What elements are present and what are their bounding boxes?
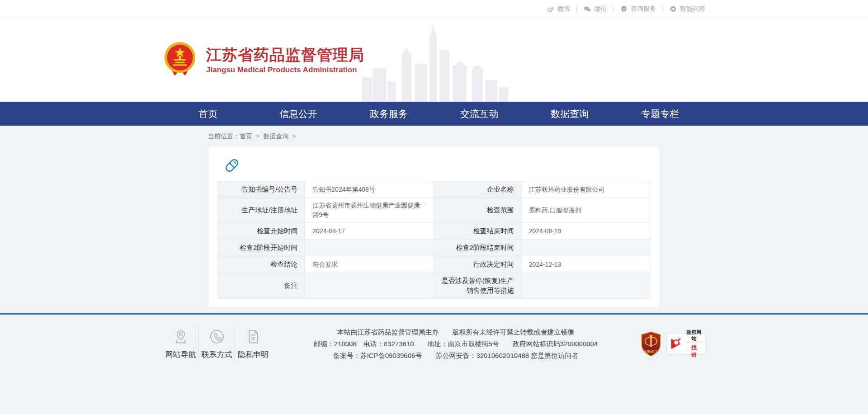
breadcrumb-separator: > [292, 132, 296, 140]
breadcrumb-wrap: 当前位置：首页>数据查询> [208, 126, 660, 146]
header-inner: 江苏省药品监督管理局 Jiangsu Medical Products Admi… [163, 18, 705, 102]
record-label: 告知书编号/公告号 [218, 181, 305, 198]
footer: 网站导航联系方式隐私申明 本站由江苏省药品监督管理局主办 版权所有未经许可禁止转… [0, 315, 868, 362]
breadcrumb-link-数据查询[interactable]: 数据查询 [263, 132, 288, 140]
footer-info-line: 邮编：210008 电话：83273610 地址：南京市鼓楼街5号 政府网站标识… [285, 338, 627, 350]
map-pin-icon [172, 328, 190, 346]
breadcrumb-separator: > [256, 132, 259, 140]
site-error-badge-text: 政府网站 找错 [685, 329, 703, 358]
main-content: 当前位置：首页>数据查询> 告知书编号/公告号告知书2024年第408号企业名称… [0, 126, 868, 307]
nav-item-交流互动[interactable]: 交流互动 [434, 102, 524, 126]
nav-item-数据查询[interactable]: 数据查询 [524, 102, 615, 126]
footer-link-map-pin[interactable]: 网站导航 [163, 328, 199, 360]
site-error-badge-top: 政府网站 [685, 329, 703, 343]
city-skyline-watermark [362, 24, 511, 102]
table-row: 备注是否涉及暂停(恢复)生产销售使用等措施 [218, 273, 651, 299]
nav-item-政务服务[interactable]: 政务服务 [344, 102, 434, 126]
breadcrumb-link-首页[interactable]: 首页 [240, 132, 252, 140]
brand: 江苏省药品监督管理局 Jiangsu Medical Products Admi… [163, 41, 364, 79]
topbar-item-weibo[interactable]: 微博 [547, 5, 570, 13]
footer-info: 本站由江苏省药品监督管理局主办 版权所有未经许可禁止转载或者建立镜像邮编：210… [271, 326, 640, 362]
topbar-item-chat-bubble[interactable]: 咨询服务 [620, 5, 656, 13]
topbar-separator [576, 6, 577, 12]
record-value: 2024-08-19 [521, 223, 650, 240]
breadcrumb-prefix: 当前位置： [208, 132, 240, 140]
pill-icon [223, 156, 241, 174]
main-nav: 首页信息公开政务服务交流互动数据查询专题专栏 [0, 102, 868, 126]
record-value: 原料药,口服溶液剂 [521, 198, 650, 223]
site-error-badge-bottom: 找错 [685, 344, 703, 358]
record-value: 2024-12-13 [521, 256, 650, 273]
topbar-item-robot[interactable]: 智能问答 [669, 5, 705, 13]
site-subtitle: Jiangsu Medical Products Administration [206, 66, 364, 75]
record-value [521, 240, 650, 256]
footer-link-label: 网站导航 [165, 349, 196, 360]
party-government-badge[interactable]: 党政机关 [640, 331, 662, 357]
nav-item-专题专栏[interactable]: 专题专栏 [615, 102, 705, 126]
nav-items: 首页信息公开政务服务交流互动数据查询专题专栏 [163, 102, 705, 126]
record-value: 2024-08-17 [305, 223, 434, 240]
robot-icon [669, 5, 677, 13]
table-row: 检查开始时间2024-08-17检查结束时间2024-08-19 [218, 223, 651, 240]
breadcrumb: 当前位置：首页>数据查询> [208, 132, 660, 141]
footer-links: 网站导航联系方式隐私申明 [163, 328, 271, 360]
record-label: 检查开始时间 [218, 223, 305, 240]
record-value [305, 273, 434, 299]
nav-item-信息公开[interactable]: 信息公开 [253, 102, 344, 126]
topbar: 微博微信咨询服务智能问答 [0, 0, 868, 18]
record-value: 江苏联环药业股份有限公司 [521, 181, 650, 198]
topbar-item-label: 咨询服务 [631, 5, 656, 13]
topbar-separator [613, 6, 613, 12]
site-header: 江苏省药品监督管理局 Jiangsu Medical Products Admi… [0, 18, 868, 102]
record-value: 告知书2024年第408号 [305, 181, 434, 198]
footer-link-phone[interactable]: 联系方式 [199, 328, 235, 360]
page: 微博微信咨询服务智能问答 江苏省药品监督管理局 Jiangsu [0, 0, 868, 362]
footer-link-label: 联系方式 [202, 349, 232, 360]
nav-item-首页[interactable]: 首页 [163, 102, 253, 126]
footer-info-line: 备案号：苏ICP备09039606号 苏公网安备：32010602010488 … [285, 350, 627, 362]
topbar-item-wechat[interactable]: 微信 [583, 5, 607, 13]
footer-info-line: 本站由江苏省药品监督管理局主办 版权所有未经许可禁止转载或者建立镜像 [285, 326, 627, 338]
topbar-item-label: 微信 [594, 5, 607, 13]
footer-badges: 党政机关 政府网站 找错 [640, 331, 705, 357]
record-value: 江苏省扬州市扬州生物健康产业园健康一路9号 [305, 198, 434, 223]
national-emblem-logo [163, 41, 197, 79]
topbar-separator [662, 6, 663, 12]
shield-badge-label: 党政机关 [644, 350, 658, 354]
record-label: 检查范围 [434, 198, 521, 223]
record-label: 检查2阶段开始时间 [218, 240, 305, 256]
record-label: 检查结束时间 [434, 223, 521, 240]
table-row: 告知书编号/公告号告知书2024年第408号企业名称江苏联环药业股份有限公司 [218, 181, 651, 198]
record-card: 告知书编号/公告号告知书2024年第408号企业名称江苏联环药业股份有限公司生产… [208, 146, 660, 307]
table-row: 生产地址/注册地址江苏省扬州市扬州生物健康产业园健康一路9号检查范围原料药,口服… [218, 198, 651, 223]
record-label: 备注 [218, 273, 305, 299]
record-label: 行政决定时间 [434, 256, 521, 273]
table-row: 检查结论符合要求行政决定时间2024-12-13 [218, 256, 651, 273]
footer-inner: 网站导航联系方式隐私申明 本站由江苏省药品监督管理局主办 版权所有未经许可禁止转… [163, 326, 705, 362]
topbar-item-label: 微博 [557, 5, 570, 13]
record-label: 是否涉及暂停(恢复)生产销售使用等措施 [434, 273, 521, 299]
record-label: 生产地址/注册地址 [218, 198, 305, 223]
record-value: 符合要求 [305, 256, 434, 273]
record-value [305, 240, 434, 256]
site-error-report-badge[interactable]: 政府网站 找错 [667, 334, 705, 354]
document-icon [244, 328, 262, 346]
inspection-record-table: 告知书编号/公告号告知书2024年第408号企业名称江苏联环药业股份有限公司生产… [217, 181, 651, 299]
brand-text: 江苏省药品监督管理局 Jiangsu Medical Products Admi… [206, 45, 364, 75]
topbar-item-label: 智能问答 [680, 5, 705, 13]
weibo-icon [547, 5, 555, 13]
table-row: 检查2阶段开始时间检查2阶段结束时间 [218, 240, 651, 256]
chat-bubble-icon [620, 5, 628, 13]
footer-link-label: 隐私申明 [238, 349, 269, 360]
record-label: 企业名称 [434, 181, 521, 198]
topbar-links: 微博微信咨询服务智能问答 [163, 0, 705, 18]
site-title: 江苏省药品监督管理局 [206, 45, 364, 65]
record-label: 检查结论 [218, 256, 305, 273]
magnifier-flag-icon [670, 337, 684, 351]
phone-icon [208, 328, 226, 346]
wechat-icon [583, 5, 591, 13]
record-label: 检查2阶段结束时间 [434, 240, 521, 256]
footer-link-document[interactable]: 隐私申明 [235, 328, 271, 360]
record-value [521, 273, 650, 299]
